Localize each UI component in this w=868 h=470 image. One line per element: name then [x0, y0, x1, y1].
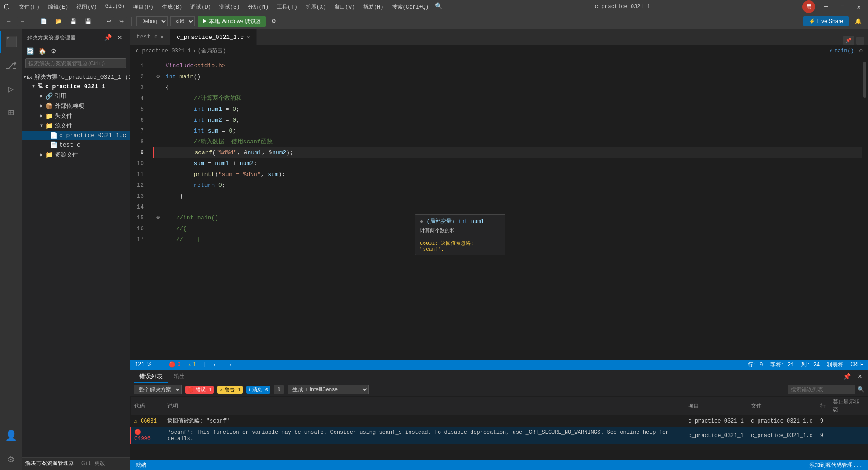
redo-button[interactable]: ↪ — [117, 17, 127, 26]
linenum-5: 5 — [130, 104, 147, 115]
status-add-vcs[interactable]: 添加到源代码管理... — [809, 461, 863, 469]
tab-main-c[interactable]: c_practice_0321_1.c ✕ — [170, 29, 256, 45]
fold-2[interactable]: ⊖ — [156, 71, 164, 82]
debug-config-select[interactable]: Debug — [136, 16, 168, 26]
tree-item-test-c[interactable]: 📄 test.c — [22, 140, 130, 150]
save-button[interactable]: 💾 — [67, 17, 80, 26]
home-button[interactable]: 🏠 — [37, 47, 48, 56]
tab-solution-explorer[interactable]: 解决方案资源管理器 — [22, 458, 78, 470]
live-share-button[interactable]: ⚡ Live Share — [803, 16, 849, 26]
tab-git-changes[interactable]: Git 更改 — [78, 458, 109, 470]
code-content[interactable]: #include<stdio.h> ⊖ int main() { — [153, 57, 862, 360]
warn-count-status[interactable]: ⚠ 1 — [188, 361, 196, 368]
title-bar: ⬡ 文件(F) 编辑(E) 视图(V) Git(G) 项目(P) 生成(B) 调… — [0, 0, 868, 14]
editor-scrollbar[interactable] — [862, 57, 868, 360]
error-scope-select[interactable]: 整个解决方案 — [134, 385, 182, 394]
menu-project[interactable]: 项目(P) — [129, 2, 157, 12]
sync-button[interactable]: 🔄 — [24, 47, 36, 56]
info-badge[interactable]: ℹ 消息 0 — [246, 386, 270, 394]
extensions-icon[interactable]: ⊞ — [0, 102, 22, 123]
tab-output[interactable]: 输出 — [168, 370, 191, 383]
tab-pin-button[interactable]: 📌 — [843, 36, 854, 45]
fold-15[interactable]: ⊖ — [156, 213, 164, 223]
code-editor[interactable]: 1 2 3 4 5 6 7 8 9 10 11 12 13 14 15 16 1 — [130, 57, 868, 360]
properties-button[interactable]: ⚙ — [49, 47, 58, 56]
menu-edit[interactable]: 编辑(E) — [44, 2, 72, 12]
pin-button[interactable]: 📌 — [102, 33, 113, 42]
panel-close-button[interactable]: ✕ — [855, 372, 864, 381]
close-tab-main[interactable]: ✕ — [246, 34, 250, 41]
notifications-button[interactable]: 🔔 — [852, 17, 864, 26]
build-filter-select[interactable]: 生成 + IntelliSense — [288, 385, 369, 394]
menu-search[interactable]: 搜索(Ctrl+Q) — [388, 2, 433, 12]
minimize-button[interactable]: ─ — [821, 2, 831, 11]
prev-error-button[interactable]: ← — [214, 360, 219, 369]
menu-git[interactable]: Git(G) — [102, 2, 128, 12]
forward-button[interactable]: → — [17, 17, 28, 26]
account-icon[interactable]: 👤 — [0, 425, 22, 446]
error-badge-label: 错误 1 — [196, 386, 212, 393]
open-button[interactable]: 📂 — [52, 17, 65, 26]
tree-item-project[interactable]: ▼ 🏗 c_practice_0321_1 — [22, 82, 130, 91]
breadcrumb-symbol[interactable]: main() — [835, 48, 854, 54]
menu-tools[interactable]: 工具(T) — [273, 2, 301, 12]
sidebar-close-button[interactable]: ✕ — [115, 33, 124, 42]
settings-icon[interactable]: ⚙ — [0, 448, 22, 470]
back-button[interactable]: ← — [4, 17, 14, 26]
error-count-status[interactable]: 🔴 0 — [169, 361, 180, 368]
breadcrumb-arrow-1: › — [193, 48, 196, 54]
undo-button[interactable]: ↩ — [104, 17, 114, 26]
tab-test-c[interactable]: test.c ✕ — [130, 29, 170, 45]
filter-button[interactable]: ⇩ — [274, 385, 284, 394]
zoom-level[interactable]: 121 % — [135, 361, 151, 368]
tree-item-headers[interactable]: ▶ 📁 头文件 — [22, 111, 130, 121]
arch-select[interactable]: x86 — [170, 16, 195, 26]
menu-window[interactable]: 窗口(W) — [330, 2, 359, 12]
menu-file[interactable]: 文件(F) — [15, 2, 43, 12]
menu-view[interactable]: 视图(V) — [73, 2, 101, 12]
tree-item-sources[interactable]: ▼ 📁 源文件 — [22, 121, 130, 131]
save-all-button[interactable]: 💾 — [82, 17, 94, 26]
tree-item-resources[interactable]: ▶ 📁 资源文件 — [22, 150, 130, 160]
git-icon[interactable]: ⎇ — [0, 55, 22, 76]
error-table[interactable]: 代码 说明 项目 文件 行 禁止显示状态 ⚠ C6031 返回值 — [130, 397, 868, 460]
debug-icon[interactable]: ▷ — [0, 78, 22, 100]
explorer-icon[interactable]: ⬛ — [0, 31, 22, 53]
maximize-button[interactable]: ☐ — [837, 2, 848, 12]
user-avatar[interactable]: 用 — [802, 0, 815, 13]
menu-analyze[interactable]: 分析(N) — [244, 2, 272, 12]
menu-debug[interactable]: 调试(D) — [187, 2, 215, 12]
code-line-15: ⊖ //int main() — [153, 213, 862, 223]
warn-badge[interactable]: ⚠ 警告 1 — [217, 386, 243, 394]
tree-item-external-deps[interactable]: ▶ 📦 外部依赖项 — [22, 101, 130, 111]
panel-pin-button[interactable]: 📌 — [841, 372, 853, 381]
linenum-2: 2 — [130, 71, 147, 82]
settings-button[interactable]: ⚙ — [269, 17, 279, 26]
menu-build[interactable]: 生成(B) — [158, 2, 186, 12]
breadcrumb-expand[interactable]: ⊕ — [859, 47, 863, 54]
code-line-17: // { — [153, 234, 862, 245]
tree-item-references[interactable]: ▶ 🔗 引用 — [22, 91, 130, 101]
scroll-thumb[interactable] — [863, 62, 866, 98]
panel-search-input[interactable] — [788, 385, 855, 394]
tree-item-main-c[interactable]: 📄 c_practice_0321_1.c — [22, 131, 130, 140]
error-row-c6031[interactable]: ⚠ C6031 返回值被忽略: "scanf". c_practice_0321… — [131, 415, 868, 427]
error-badge[interactable]: 🔴 错误 1 — [185, 386, 214, 394]
menu-help[interactable]: 帮助(H) — [359, 2, 387, 12]
close-button[interactable]: ✕ — [854, 2, 864, 12]
new-file-button[interactable]: 📄 — [38, 17, 50, 26]
breadcrumb-scope[interactable]: (全局范围) — [198, 47, 226, 55]
code-line-4: //计算两个数的和 — [153, 93, 862, 104]
tab-error-list[interactable]: 错误列表 — [134, 370, 168, 383]
breadcrumb-project[interactable]: c_practice_0321_1 — [136, 48, 191, 54]
close-tab-test[interactable]: ✕ — [160, 33, 164, 40]
run-button[interactable]: ▶ 本地 Windows 调试器 — [198, 16, 266, 27]
next-error-button[interactable]: → — [226, 360, 231, 369]
error-row-c4996[interactable]: 🔴 C4996 'scanf': This function or variab… — [131, 427, 868, 444]
tree-item-solution[interactable]: ▼ 🗂 解决方案'c_practice_0321_1'(1 — [22, 72, 130, 82]
sidebar-search-input[interactable] — [25, 58, 126, 68]
menu-extensions[interactable]: 扩展(X) — [302, 2, 330, 12]
error-code-c6031: ⚠ C6031 — [131, 415, 164, 427]
menu-test[interactable]: 测试(S) — [216, 2, 244, 12]
tab-overflow-button[interactable]: ≡ — [856, 37, 864, 45]
